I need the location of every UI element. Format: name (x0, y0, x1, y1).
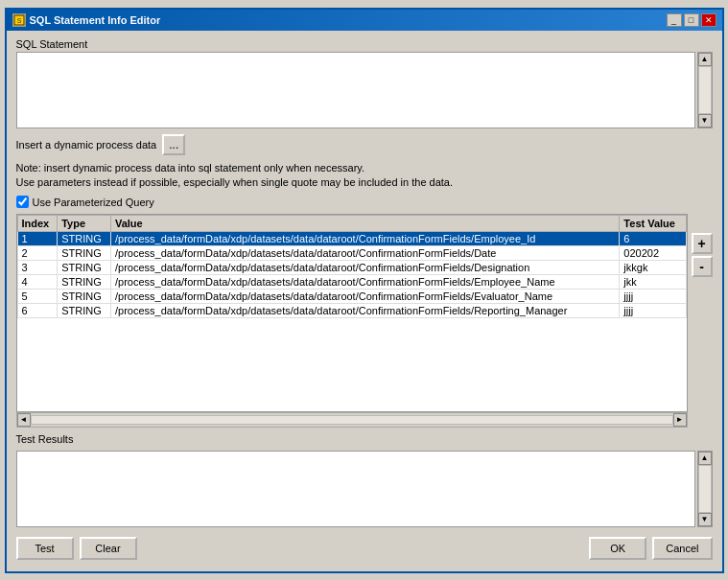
table-side-buttons: + - (692, 214, 713, 427)
table-row[interactable]: 1STRING/process_data/formData/xdp/datase… (17, 232, 686, 246)
table-row[interactable]: 2STRING/process_data/formData/xdp/datase… (17, 246, 686, 261)
dynamic-label: Insert a dynamic process data (16, 139, 157, 151)
col-header-index: Index (17, 216, 58, 232)
cell-test_value: jkkgk (620, 261, 686, 275)
results-scroll-up[interactable]: ▲ (698, 452, 712, 465)
cell-type: STRING (58, 290, 111, 304)
cell-index: 3 (17, 261, 58, 275)
bottom-buttons: Test Clear OK Cancel (16, 533, 713, 564)
col-header-value: Value (110, 216, 619, 232)
cell-index: 6 (17, 304, 58, 318)
title-controls: _ □ ✕ (667, 13, 716, 27)
cell-value: /process_data/formData/xdp/datasets/data… (110, 261, 619, 275)
scroll-up-btn[interactable]: ▲ (698, 53, 712, 66)
note-section: Note: insert dynamic process data into s… (16, 161, 713, 191)
scroll-right-btn[interactable]: ► (673, 413, 687, 427)
cell-index: 5 (17, 290, 58, 304)
note-line-2: Use parameters instead if possible, espe… (16, 175, 713, 190)
maximize-button[interactable]: □ (684, 13, 699, 27)
cell-type: STRING (58, 304, 111, 318)
results-section: Test Results ▲ ▼ (16, 433, 713, 527)
cell-index: 2 (17, 246, 58, 261)
scroll-left-btn[interactable]: ◄ (17, 413, 31, 427)
sql-label: SQL Statement (16, 38, 713, 50)
svg-text:S: S (16, 17, 21, 24)
results-box-wrapper: ▲ ▼ (16, 451, 713, 527)
dynamic-row: Insert a dynamic process data ... (16, 134, 713, 155)
sql-textarea-container: ▲ ▼ (16, 52, 713, 128)
cell-test_value: jjjj (620, 304, 686, 318)
minimize-button[interactable]: _ (667, 13, 682, 27)
sql-textarea[interactable] (16, 52, 695, 128)
note-line-1: Note: insert dynamic process data into s… (16, 161, 713, 175)
table-h-scrollbar[interactable]: ◄ ► (16, 412, 688, 428)
col-header-testvalue: Test Value (620, 216, 686, 232)
cell-type: STRING (58, 246, 111, 261)
cancel-button[interactable]: Cancel (652, 537, 712, 560)
ok-button[interactable]: OK (589, 537, 646, 560)
results-label: Test Results (16, 433, 713, 445)
results-scroll-down[interactable]: ▼ (698, 513, 712, 526)
cell-value: /process_data/formData/xdp/datasets/data… (110, 232, 619, 246)
title-bar: S SQL Statement Info Editor _ □ ✕ (7, 10, 722, 31)
scroll-track-sql (698, 66, 712, 114)
scroll-down-btn[interactable]: ▼ (698, 114, 712, 128)
test-button[interactable]: Test (16, 537, 74, 560)
h-scroll-track (31, 415, 673, 425)
sql-statement-section: SQL Statement ▲ ▼ (16, 38, 713, 128)
results-scrollbar-v[interactable]: ▲ ▼ (697, 451, 713, 527)
table-row[interactable]: 4STRING/process_data/formData/xdp/datase… (17, 275, 686, 290)
cell-type: STRING (58, 275, 111, 290)
table-row[interactable]: 5STRING/process_data/formData/xdp/datase… (17, 290, 686, 304)
table-row[interactable]: 3STRING/process_data/formData/xdp/datase… (17, 261, 686, 275)
table-container: Index Type Value Test Value 1STRING/proc… (16, 214, 713, 427)
cell-value: /process_data/formData/xdp/datasets/data… (110, 304, 619, 318)
title-bar-left: S SQL Statement Info Editor (12, 13, 161, 27)
cell-value: /process_data/formData/xdp/datasets/data… (110, 290, 619, 304)
col-header-type: Type (58, 216, 111, 232)
close-button[interactable]: ✕ (701, 13, 716, 27)
ok-cancel-group: OK Cancel (589, 537, 712, 560)
table-wrapper: Index Type Value Test Value 1STRING/proc… (16, 214, 688, 411)
cell-index: 1 (17, 232, 58, 246)
content-area: SQL Statement ▲ ▼ Insert a dynamic proce… (7, 31, 722, 571)
cell-value: /process_data/formData/xdp/datasets/data… (110, 246, 619, 261)
sql-scrollbar-v[interactable]: ▲ ▼ (697, 52, 713, 128)
parameterized-label: Use Parameterized Query (33, 197, 154, 208)
main-window: S SQL Statement Info Editor _ □ ✕ SQL St… (5, 8, 724, 573)
results-scroll-track (698, 465, 712, 513)
app-icon: S (12, 13, 26, 27)
results-box (16, 451, 695, 527)
table-header-row: Index Type Value Test Value (17, 216, 686, 232)
dynamic-browse-button[interactable]: ... (162, 134, 185, 155)
parameterized-checkbox[interactable] (16, 196, 29, 208)
cell-test_value: jjjj (620, 290, 686, 304)
parameterized-checkbox-row: Use Parameterized Query (16, 196, 713, 208)
add-row-button[interactable]: + (692, 233, 713, 254)
window-title: SQL Statement Info Editor (30, 14, 161, 26)
params-table: Index Type Value Test Value 1STRING/proc… (17, 215, 687, 318)
cell-type: STRING (58, 261, 111, 275)
cell-index: 4 (17, 275, 58, 290)
table-row[interactable]: 6STRING/process_data/formData/xdp/datase… (17, 304, 686, 318)
clear-button[interactable]: Clear (80, 537, 137, 560)
table-body: 1STRING/process_data/formData/xdp/datase… (17, 232, 686, 318)
test-clear-group: Test Clear (16, 537, 137, 560)
cell-test_value: 020202 (620, 246, 686, 261)
table-area: Index Type Value Test Value 1STRING/proc… (16, 214, 688, 427)
remove-row-button[interactable]: - (692, 256, 713, 277)
cell-test_value: jkk (620, 275, 686, 290)
cell-test_value: 6 (620, 232, 686, 246)
cell-value: /process_data/formData/xdp/datasets/data… (110, 275, 619, 290)
cell-type: STRING (58, 232, 111, 246)
